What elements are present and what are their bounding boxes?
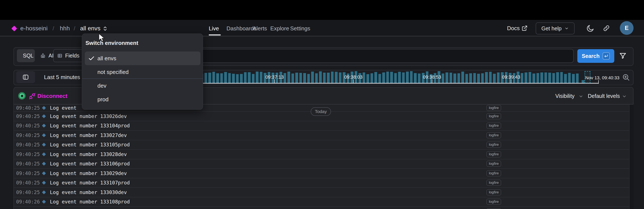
- histogram-bar[interactable]: [327, 73, 330, 83]
- histogram-bar[interactable]: [497, 72, 500, 83]
- histogram-bar[interactable]: [572, 74, 575, 83]
- histogram-bar[interactable]: [374, 72, 377, 83]
- histogram-bar[interactable]: [208, 73, 211, 83]
- chevron-down-icon[interactable]: [622, 94, 627, 99]
- histogram-bar[interactable]: [244, 72, 247, 83]
- histogram-bar[interactable]: [339, 72, 342, 83]
- histogram-bar[interactable]: [521, 73, 524, 83]
- filter-funnel-icon[interactable]: [619, 52, 627, 60]
- histogram-bar[interactable]: [394, 73, 397, 83]
- toggle-sidebar-button[interactable]: [16, 71, 35, 83]
- histogram-bar[interactable]: [458, 73, 460, 83]
- get-help-button[interactable]: Get help: [536, 22, 574, 34]
- histogram-bar[interactable]: [489, 72, 492, 83]
- histogram-bar[interactable]: [224, 72, 227, 83]
- histogram-bar[interactable]: [450, 73, 452, 83]
- histogram-bar[interactable]: [560, 72, 563, 83]
- tab-explore[interactable]: Explore: [270, 25, 289, 32]
- histogram-bar[interactable]: [220, 73, 223, 83]
- env-option-prod[interactable]: prod: [85, 92, 200, 106]
- docs-link[interactable]: Docs: [507, 25, 520, 32]
- histogram-bar[interactable]: [382, 72, 385, 83]
- histogram-bar[interactable]: [528, 72, 532, 83]
- histogram-bar[interactable]: [454, 74, 456, 83]
- histogram-bar[interactable]: [256, 72, 258, 83]
- histogram-bar[interactable]: [288, 72, 290, 83]
- breadcrumb-project[interactable]: hhh: [60, 25, 70, 32]
- sql-mode-button[interactable]: SQL: [17, 49, 35, 62]
- log-row[interactable]: 09:40:25Log event number 133027devlogfir…: [14, 130, 629, 140]
- histogram-bar[interactable]: [260, 72, 262, 83]
- histogram-bar[interactable]: [307, 74, 310, 83]
- histogram-bar[interactable]: [461, 72, 464, 83]
- histogram-bar[interactable]: [564, 74, 567, 83]
- histogram-bar[interactable]: [576, 74, 579, 83]
- histogram-bar[interactable]: [481, 73, 484, 83]
- histogram-bar[interactable]: [414, 73, 417, 83]
- histogram-bar[interactable]: [493, 74, 496, 83]
- histogram-bar[interactable]: [240, 74, 243, 83]
- env-option-not-specified[interactable]: not specified: [85, 65, 200, 79]
- histogram-bar[interactable]: [532, 74, 535, 83]
- tab-live[interactable]: Live: [209, 25, 219, 32]
- log-row[interactable]: 09:40:26Log event number 133108prodlogfi…: [14, 197, 629, 207]
- histogram-bar[interactable]: [556, 72, 559, 83]
- disconnect-button[interactable]: Disconnect: [38, 93, 67, 99]
- log-row[interactable]: 09:40:25Log event number 133028devlogfir…: [14, 150, 629, 159]
- unplug-icon[interactable]: [29, 93, 36, 100]
- histogram-bar[interactable]: [442, 74, 444, 83]
- log-row[interactable]: 09:40:25Log event number 133105prodlogfi…: [14, 140, 629, 150]
- histogram-bar[interactable]: [252, 74, 255, 83]
- histogram-bar[interactable]: [232, 74, 235, 83]
- breadcrumb-org[interactable]: e-hosseini: [20, 25, 48, 32]
- histogram-bar[interactable]: [216, 73, 219, 83]
- histogram-bar[interactable]: [335, 72, 338, 83]
- histogram-bar[interactable]: [295, 73, 298, 83]
- histogram-bar[interactable]: [568, 73, 571, 83]
- histogram-bar[interactable]: [418, 74, 421, 83]
- histogram-bar[interactable]: [331, 72, 334, 83]
- histogram-bar[interactable]: [410, 71, 413, 83]
- histogram-bar[interactable]: [292, 74, 294, 83]
- histogram-bar[interactable]: [386, 72, 389, 83]
- histogram-bar[interactable]: [548, 73, 551, 83]
- histogram-bar[interactable]: [390, 72, 393, 83]
- histogram-bar[interactable]: [228, 73, 231, 83]
- histogram-bar[interactable]: [311, 72, 314, 83]
- histogram-bar-partial[interactable]: [582, 80, 584, 83]
- histogram-bar[interactable]: [319, 72, 322, 83]
- histogram-bar[interactable]: [236, 74, 239, 83]
- histogram-bar[interactable]: [469, 73, 472, 83]
- search-button[interactable]: Search: [577, 49, 614, 63]
- histogram-bar[interactable]: [406, 72, 409, 83]
- histogram-bar[interactable]: [378, 74, 381, 83]
- histogram-bar[interactable]: [366, 74, 369, 83]
- histogram-bar[interactable]: [284, 73, 286, 83]
- histogram-bar[interactable]: [446, 72, 448, 83]
- histogram-bar[interactable]: [524, 72, 527, 83]
- share-link-icon[interactable]: [602, 24, 610, 32]
- log-row[interactable]: 09:40:25Log event number 133030devlogfir…: [14, 188, 629, 197]
- histogram-bar[interactable]: [303, 73, 306, 83]
- time-range-selector[interactable]: Last 5 minutes: [44, 74, 80, 80]
- tab-alerts[interactable]: Alerts: [253, 25, 267, 32]
- histogram-bar[interactable]: [485, 72, 488, 83]
- histogram-bar[interactable]: [477, 74, 480, 83]
- histogram-bar[interactable]: [370, 73, 373, 83]
- chevron-down-icon[interactable]: [578, 94, 583, 99]
- histogram-bar[interactable]: [540, 72, 543, 83]
- tab-settings[interactable]: Settings: [290, 25, 310, 32]
- histogram-bar[interactable]: [402, 72, 405, 83]
- histogram-bar[interactable]: [299, 73, 302, 83]
- default-levels-dropdown[interactable]: Default levels: [588, 93, 620, 99]
- histogram-bar[interactable]: [473, 73, 476, 83]
- log-row[interactable]: 09:40:25Log event number 133104prodlogfi…: [14, 121, 629, 131]
- histogram-bar[interactable]: [362, 72, 365, 83]
- zoom-in-icon[interactable]: [622, 74, 630, 81]
- tab-dashboards[interactable]: Dashboards: [226, 25, 256, 32]
- live-status-icon[interactable]: [18, 92, 26, 100]
- histogram-bar[interactable]: [248, 72, 251, 83]
- histogram-bar[interactable]: [544, 72, 547, 83]
- scrollbar-gutter[interactable]: [629, 104, 634, 209]
- log-row[interactable]: 09:40:25Log event number 133029devlogfir…: [14, 168, 629, 178]
